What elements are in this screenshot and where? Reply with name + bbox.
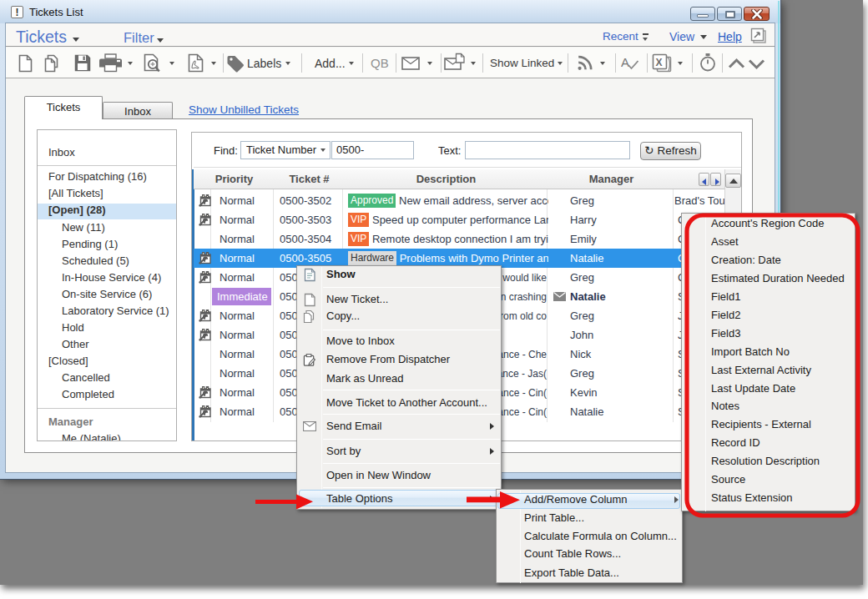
svg-text:X: X: [656, 57, 663, 68]
svg-text:A: A: [621, 55, 629, 69]
